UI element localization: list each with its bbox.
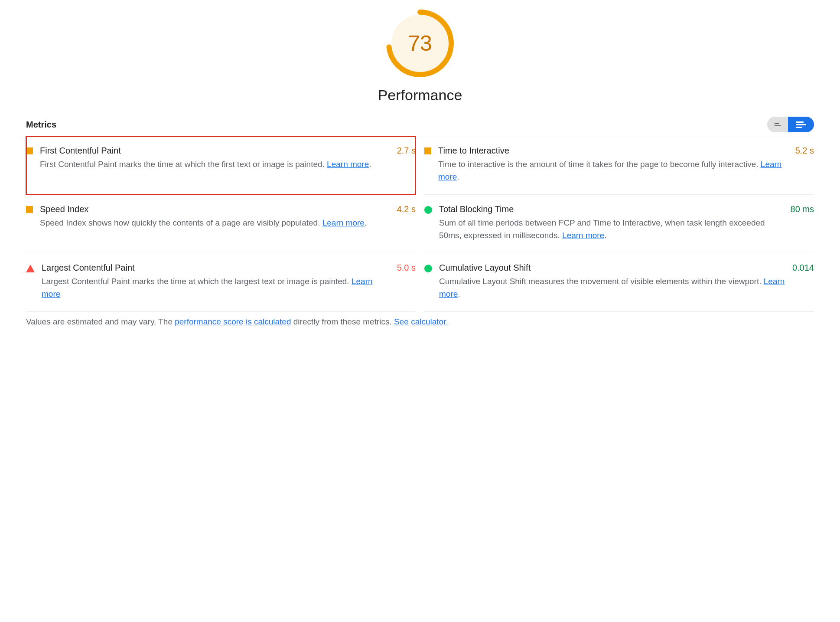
metric-description: Speed Index shows how quickly the conten… — [40, 217, 393, 229]
metric-body: Speed IndexSpeed Index shows how quickly… — [40, 204, 393, 242]
view-toggle — [767, 117, 814, 132]
metrics-heading: Metrics — [26, 120, 56, 130]
performance-calc-link[interactable]: performance score is calculated — [175, 317, 291, 326]
metric-body: Total Blocking TimeSum of all time perio… — [439, 204, 786, 242]
metric-card: Time to InteractiveTime to interactive i… — [424, 136, 814, 195]
metric-description: First Contentful Paint marks the time at… — [40, 158, 393, 171]
metrics-grid: First Contentful PaintFirst Contentful P… — [26, 136, 814, 312]
metric-description: Cumulative Layout Shift measures the mov… — [439, 275, 788, 300]
metric-value: 0.014 — [792, 263, 814, 300]
status-circle-icon — [424, 206, 432, 214]
learn-more-period: . — [604, 231, 606, 240]
metric-description: Largest Contentful Paint marks the time … — [42, 275, 393, 300]
metric-desc-text: Speed Index shows how quickly the conten… — [40, 218, 322, 227]
footer-note: Values are estimated and may vary. The p… — [26, 317, 814, 327]
learn-more-period: . — [458, 289, 460, 298]
score-value: 73 — [385, 9, 455, 78]
metric-title: Speed Index — [40, 204, 393, 214]
collapse-icon — [775, 123, 781, 126]
footer-mid: directly from these metrics. — [293, 317, 394, 326]
metric-title: Total Blocking Time — [439, 204, 786, 214]
metric-card: Speed IndexSpeed Index shows how quickly… — [26, 195, 416, 253]
metric-card: Total Blocking TimeSum of all time perio… — [424, 195, 814, 253]
learn-more-link[interactable]: Learn more — [322, 218, 365, 227]
status-triangle-icon — [26, 265, 35, 272]
metric-desc-text: Cumulative Layout Shift measures the mov… — [439, 277, 764, 286]
expand-icon — [796, 121, 806, 128]
metric-card: Largest Contentful PaintLargest Contentf… — [26, 253, 416, 312]
metric-value: 80 ms — [791, 204, 814, 242]
metric-desc-text: First Contentful Paint marks the time at… — [40, 160, 327, 169]
metric-value: 5.0 s — [397, 263, 416, 300]
metric-body: Cumulative Layout ShiftCumulative Layout… — [439, 263, 788, 300]
score-gauge: 73 — [385, 9, 455, 78]
performance-gauge-section: 73 Performance — [26, 9, 814, 104]
metric-body: Largest Contentful PaintLargest Contentf… — [42, 263, 393, 300]
metric-card: Cumulative Layout ShiftCumulative Layout… — [424, 253, 814, 312]
learn-more-period: . — [369, 160, 371, 169]
learn-more-link[interactable]: Learn more — [327, 160, 369, 169]
metric-desc-text: Largest Contentful Paint marks the time … — [42, 277, 352, 286]
footer-prefix: Values are estimated and may vary. The — [26, 317, 175, 326]
metric-value: 4.2 s — [397, 204, 416, 242]
metric-card: First Contentful PaintFirst Contentful P… — [26, 136, 416, 195]
metric-body: Time to InteractiveTime to interactive i… — [438, 146, 791, 183]
metrics-header: Metrics — [26, 117, 814, 136]
learn-more-link[interactable]: Learn more — [562, 231, 604, 240]
metric-title: Largest Contentful Paint — [42, 263, 393, 273]
expand-view-button[interactable] — [788, 117, 814, 132]
metric-title: Cumulative Layout Shift — [439, 263, 788, 273]
status-circle-icon — [424, 265, 432, 272]
metric-title: First Contentful Paint — [40, 146, 393, 156]
metric-description: Sum of all time periods between FCP and … — [439, 217, 786, 242]
status-square-icon — [424, 147, 431, 154]
metric-value: 5.2 s — [795, 146, 814, 183]
status-square-icon — [26, 147, 33, 154]
status-square-icon — [26, 206, 33, 213]
learn-more-period: . — [365, 218, 367, 227]
metric-title: Time to Interactive — [438, 146, 791, 156]
see-calculator-link[interactable]: See calculator. — [394, 317, 448, 326]
learn-more-period: . — [457, 172, 459, 181]
metric-desc-text: Time to interactive is the amount of tim… — [438, 160, 761, 169]
metric-description: Time to interactive is the amount of tim… — [438, 158, 791, 183]
metric-body: First Contentful PaintFirst Contentful P… — [40, 146, 393, 183]
gauge-title: Performance — [378, 87, 462, 104]
collapse-view-button[interactable] — [767, 117, 788, 132]
metric-value: 2.7 s — [397, 146, 416, 183]
